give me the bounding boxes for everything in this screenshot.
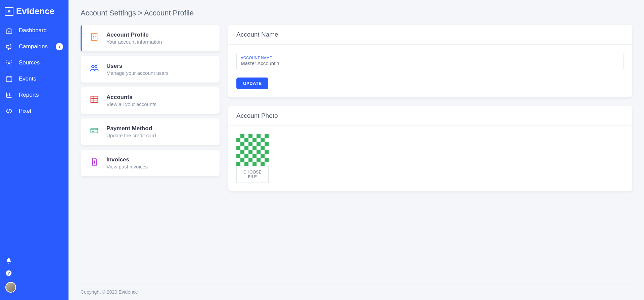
tile-users[interactable]: Users Manage your account users (81, 56, 220, 83)
svg-text:?: ? (7, 271, 10, 275)
sidebar-item-label: Pixel (19, 108, 31, 114)
users-icon (89, 63, 100, 73)
user-avatar[interactable] (5, 282, 16, 293)
account-name-label: ACCOUNT NAME (241, 56, 619, 60)
tile-subtitle: Your account information (106, 39, 162, 45)
logo-icon: ≡ (5, 7, 13, 16)
sidebar: ≡ Evidence Dashboard Campaigns + (0, 0, 68, 300)
main: Account Settings > Account Profile Accou… (68, 0, 644, 300)
sidebar-item-label: Sources (19, 59, 40, 66)
choose-file-button[interactable]: CHOOSE FILE (236, 166, 269, 183)
credit-card-icon (89, 125, 100, 136)
account-photo-image (236, 134, 269, 166)
svg-point-5 (92, 65, 94, 68)
footer-copyright: Copyright © 2020 Evidence (81, 284, 632, 300)
tile-subtitle: Update the credit card (106, 133, 156, 138)
notifications-icon[interactable] (5, 258, 13, 265)
settings-tiles-column: Account Profile Your account information… (81, 25, 220, 176)
svg-rect-8 (91, 128, 98, 133)
tile-account-profile[interactable]: Account Profile Your account information (81, 25, 220, 51)
app-name: Evidence (16, 6, 54, 16)
card-header: Account Photo (228, 106, 632, 126)
account-name-input[interactable] (241, 60, 619, 66)
sidebar-nav: Dashboard Campaigns + Sources Events (0, 22, 68, 119)
home-icon (5, 27, 13, 34)
svg-point-0 (8, 62, 10, 64)
sidebar-item-campaigns[interactable]: Campaigns + (0, 39, 68, 55)
tile-subtitle: View all your accounts (106, 101, 156, 107)
tile-title: Accounts (106, 94, 156, 101)
update-button[interactable]: UPDATE (236, 78, 268, 89)
invoice-icon (89, 156, 100, 167)
table-icon (89, 94, 100, 105)
sidebar-item-reports[interactable]: Reports (0, 87, 68, 103)
breadcrumb-parent[interactable]: Account Settings (81, 9, 136, 17)
sidebar-item-label: Reports (19, 92, 39, 98)
tile-accounts[interactable]: Accounts View all your accounts (81, 87, 220, 114)
tile-title: Users (106, 63, 169, 69)
account-photo-card: Account Photo CHOOSE FILE (228, 106, 632, 191)
breadcrumb-current: Account Profile (144, 9, 194, 17)
sidebar-item-label: Dashboard (19, 27, 47, 34)
tile-invoices[interactable]: Invoices View past invoices (81, 150, 220, 176)
svg-rect-1 (6, 77, 12, 82)
breadcrumb: Account Settings > Account Profile (81, 9, 632, 17)
svg-rect-4 (92, 34, 97, 41)
chart-icon (5, 91, 13, 99)
help-icon[interactable]: ? (5, 270, 13, 277)
breadcrumb-separator: > (138, 9, 142, 17)
tile-subtitle: View past invoices (106, 164, 148, 169)
sidebar-item-pixel[interactable]: Pixel (0, 103, 68, 119)
card-header: Account Name (228, 25, 632, 45)
sidebar-item-events[interactable]: Events (0, 71, 68, 87)
sidebar-item-label: Campaigns (19, 43, 48, 50)
add-campaign-button[interactable]: + (56, 43, 63, 50)
svg-point-6 (95, 65, 97, 68)
tile-title: Invoices (106, 156, 148, 163)
tile-title: Account Profile (106, 32, 162, 38)
account-name-field-wrapper: ACCOUNT NAME (236, 53, 624, 70)
tile-title: Payment Method (106, 125, 156, 132)
building-icon (89, 32, 100, 42)
tile-payment-method[interactable]: Payment Method Update the credit card (81, 118, 220, 145)
sidebar-item-sources[interactable]: Sources (0, 55, 68, 71)
gear-icon (5, 59, 13, 66)
account-name-card: Account Name ACCOUNT NAME UPDATE (228, 25, 632, 97)
sidebar-item-label: Events (19, 76, 36, 82)
tile-subtitle: Manage your account users (106, 70, 169, 76)
megaphone-icon (5, 43, 13, 50)
svg-rect-7 (91, 96, 98, 103)
sidebar-item-dashboard[interactable]: Dashboard (0, 22, 68, 39)
code-icon (5, 107, 13, 115)
app-logo[interactable]: ≡ Evidence (0, 4, 68, 22)
calendar-icon (5, 75, 13, 83)
